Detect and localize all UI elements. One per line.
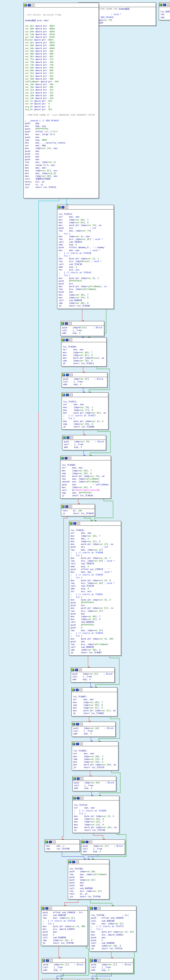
asm-line[interactable]: mov word ptr [ebp+var_74], ax: [62, 475, 110, 478]
asm-line[interactable]: push ecx: [59, 282, 113, 285]
asm-line[interactable]: add esp, 4: [43, 969, 85, 972]
asm-line[interactable]: push eax: [42, 931, 87, 933]
asm-line[interactable]: call sub_6DAD20: [71, 621, 121, 624]
node-frame-icon[interactable]: ⇄: [80, 797, 83, 800]
node-edit-icon[interactable]: ✎: [73, 522, 76, 525]
node-frame-icon[interactable]: ⇄: [70, 374, 72, 376]
asm-line[interactable]: var_60= dword ptr -60h: [25, 69, 98, 72]
asm-line[interactable]: mov word ptr [ebp+var_74], ax: [59, 224, 113, 227]
asm-line[interactable]: ; try {: [91, 928, 136, 931]
asm-line[interactable]: push ecx: [71, 604, 121, 607]
asm-line[interactable]: loc_7C46E2:: [73, 749, 118, 752]
asm-line[interactable]: push ebx: [25, 150, 98, 153]
asm-line[interactable]: ; try {: [59, 255, 113, 257]
graph-node-free_var_D4[interactable]: ✎⇄push [ebp+var_D4] ; Blockcall j__freea…: [72, 776, 116, 791]
asm-line[interactable]: mov word ptr [ebp+var_A4], ax: [73, 764, 118, 766]
asm-line[interactable]: push 0FFFFFFFFh: [71, 601, 121, 604]
asm-line[interactable]: var_C4= dword ptr -0C4h: [25, 33, 98, 36]
asm-line[interactable]: lea eax, [ebp+var_C]: [25, 161, 98, 164]
asm-line[interactable]: cmp eax, 0FFFFFFFFh: [62, 492, 110, 494]
asm-line[interactable]: mov [ebp+var_C0], 7: [74, 821, 119, 823]
node-edit-icon[interactable]: ✎: [76, 689, 79, 691]
node-titlebar[interactable]: ✎⇄: [42, 958, 85, 963]
node-edit-icon[interactable]: ✎: [65, 457, 68, 460]
asm-line[interactable]: loc_B46568:: [161, 10, 170, 13]
asm-line[interactable]: call sub_7C4C30: [59, 263, 113, 266]
asm-line[interactable]: [63, 398, 108, 401]
asm-line[interactable]: ; } // starts at 7C452B: [59, 252, 113, 255]
node-color-icon[interactable]: [70, 522, 72, 525]
asm-line[interactable]: mov [ebp+var_C4], 0: [74, 823, 119, 826]
asm-line[interactable]: push eax: [25, 158, 98, 161]
asm-line[interactable]: add esp, 4: [83, 850, 124, 853]
node-frame-icon[interactable]: ⇄: [31, 4, 35, 6]
node-edit-icon[interactable]: ✎: [75, 668, 78, 671]
asm-line[interactable]: ; } // starts at 7C4557: [63, 414, 108, 417]
asm-line[interactable]: mov byte ptr [ebp+var_4], 1: [59, 257, 113, 260]
asm-line[interactable]: [62, 461, 110, 464]
node-titlebar[interactable]: ✎⇄: [42, 979, 77, 980]
node-titlebar[interactable]: ✎⇄: [24, 3, 99, 8]
asm-line[interactable]: lea edx, [ebp+var_74]: [59, 229, 113, 232]
asm-line[interactable]: mov [ebp+var_60], 7: [59, 218, 113, 221]
node-titlebar[interactable]: ✎⇄: [90, 958, 133, 963]
node-frame-icon[interactable]: ⇄: [53, 841, 55, 843]
node-frame-icon[interactable]: ⇄: [98, 959, 101, 962]
node-edit-icon[interactable]: ✎: [65, 505, 68, 508]
asm-line[interactable]: mov [ebp+var_7C], 0: [63, 409, 108, 412]
asm-line[interactable]: push eax ; lpFileName: [62, 483, 110, 486]
asm-line[interactable]: call sub_6DB180: [91, 920, 136, 923]
node-titlebar[interactable]: ✎⇄: [71, 668, 115, 672]
asm-line[interactable]: push [ebp+var_2C] ; Block: [83, 845, 124, 848]
node-edit-icon[interactable]: ✎: [28, 4, 31, 6]
asm-line[interactable]: [69, 865, 109, 867]
asm-line[interactable]: mov edi, 2: [46, 845, 79, 848]
asm-line[interactable]: push eax: [59, 291, 113, 293]
asm-line[interactable]: call j__free: [83, 848, 124, 850]
asm-line[interactable]: mov [ebp+var_64], 0: [62, 486, 110, 489]
node-titlebar[interactable]: ✎⇄: [72, 742, 118, 746]
node-frame-icon[interactable]: ⇄: [68, 457, 71, 460]
asm-line[interactable]: loc_7C45ED:: [62, 464, 110, 466]
node-titlebar[interactable]: ✎⇄: [79, 979, 110, 980]
asm-line[interactable]: mov [ebp+var_60], 7: [62, 469, 110, 472]
node-color-icon[interactable]: [68, 861, 71, 863]
asm-line[interactable]: [71, 526, 121, 529]
graph-node-chunk_B46568[interactable]: ✎⇄loc_B46568:lea ecx, [ebp+varjmp sub_6D…: [159, 2, 170, 20]
asm-line[interactable]: var_14= dword ptr -14h: [25, 97, 98, 100]
graph-node-test_al[interactable]: ✎⇄test al, 10hjz short loc_7C4626: [61, 504, 95, 516]
asm-line[interactable]: ; try {: [71, 596, 121, 598]
node-frame-icon[interactable]: ⇄: [79, 689, 82, 691]
asm-line[interactable]: mov word ptr [ebp+Block], ax: [63, 357, 106, 360]
asm-line[interactable]: push 5: [91, 939, 136, 942]
asm-line[interactable]: var_DC= dword ptr -0DCh: [25, 25, 98, 27]
asm-line[interactable]: ; } // starts at 7C45D8: [71, 551, 121, 554]
asm-line[interactable]: call ds:GetFileAttributesW: [62, 489, 110, 492]
asm-line[interactable]: jb short loc_7C4716: [73, 766, 118, 769]
node-color-icon[interactable]: [82, 841, 85, 843]
asm-line[interactable]: push eax: [25, 136, 98, 139]
asm-line[interactable]: mov large fs:0, eax: [25, 164, 98, 167]
asm-line[interactable]: mov eax, ___security_cookie: [25, 142, 98, 144]
asm-line[interactable]: mov edx, eax ; void *: [59, 249, 113, 252]
asm-line[interactable]: push edi: [69, 884, 109, 887]
asm-line[interactable]: ; __unwind { // SEH_5F44C0: [25, 119, 98, 122]
node-frame-icon[interactable]: ⇄: [79, 668, 82, 671]
asm-line[interactable]: cmp [ebp+var_30], 8: [62, 472, 110, 475]
asm-line[interactable]: add esp, 4: [71, 565, 121, 568]
node-edit-icon[interactable]: ✎: [46, 959, 49, 962]
asm-line[interactable]: mov [ebp+var_30], 7: [59, 294, 113, 296]
asm-line[interactable]: var_7C= dword ptr -7Ch: [25, 58, 98, 61]
asm-line[interactable]: xor eax, ebp: [25, 144, 98, 147]
asm-line[interactable]: ; } // starts at 7C4699: [74, 810, 119, 812]
asm-line[interactable]: loc_7C45C1:: [63, 401, 108, 403]
asm-line[interactable]: mov [ebp+var_1C], 0: [71, 540, 121, 543]
asm-line[interactable]: add esp, 4: [59, 243, 113, 246]
asm-line[interactable]: mov [ebp+var_A8], 7: [63, 351, 106, 354]
asm-line[interactable]: jnz short loc_7C4513: [25, 186, 98, 189]
node-edit-icon[interactable]: ✎: [85, 841, 88, 843]
asm-line[interactable]: mov [ebp+var_14], eax: [25, 147, 98, 150]
asm-line[interactable]: call j__free: [72, 675, 114, 678]
graph-node-loc_7C46B7[interactable]: ✎⇄loc_7C46B7:xor eax, eaxmov [ebp+var_48…: [71, 687, 117, 716]
node-frame-icon[interactable]: ⇄: [80, 777, 83, 780]
